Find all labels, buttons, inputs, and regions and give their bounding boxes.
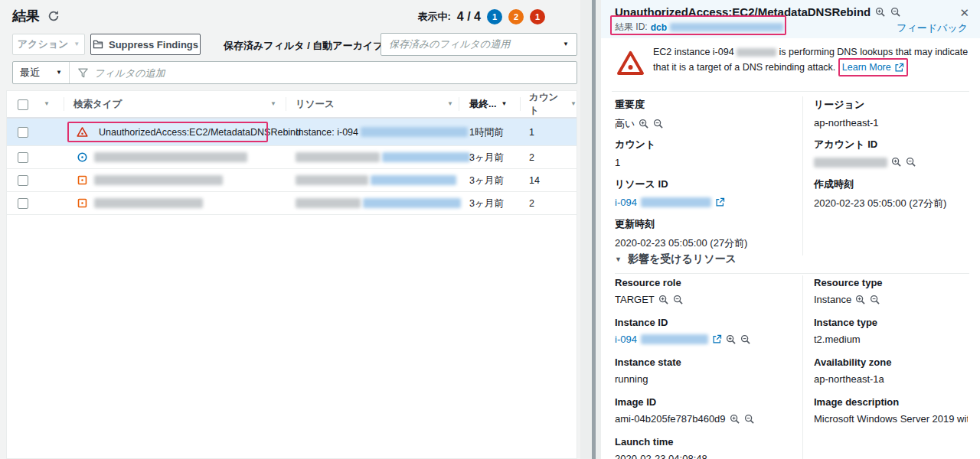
finding-type-text: UnauthorizedAccess:EC2/MetadataDNSRebind	[99, 127, 301, 138]
learn-more-annotated: Learn More	[838, 58, 908, 76]
filter-include-icon[interactable]	[658, 295, 669, 305]
resource-redacted	[296, 198, 461, 209]
redacted-instance-id	[737, 48, 776, 57]
showing-count: 4 / 4	[457, 10, 481, 24]
filter-exclude-icon[interactable]	[906, 157, 916, 168]
time-range-select[interactable]: 最近 ▼	[13, 62, 70, 83]
finding-row[interactable]: 3ヶ月前 2	[7, 192, 577, 215]
redacted-finding-id	[670, 23, 783, 31]
redacted-resource-id	[361, 127, 468, 137]
severity-count-badge-high[interactable]: 1	[530, 9, 545, 24]
filter-exclude-icon[interactable]	[870, 295, 880, 305]
filter-include-icon[interactable]	[726, 334, 737, 345]
caret-down-icon: ▼	[44, 101, 50, 107]
filter-include-icon[interactable]	[891, 157, 902, 168]
resource-redacted	[296, 152, 470, 163]
caret-down-icon: ▼	[563, 41, 569, 47]
redacted-instance-id	[641, 334, 708, 344]
field-empty	[802, 216, 968, 256]
external-link-icon[interactable]	[894, 63, 904, 73]
saved-filters-label: 保存済みフィルタ / 自動アーカイブ	[224, 39, 384, 53]
affected-resources-section-toggle[interactable]: ▼ 影響を受けるリソース	[615, 252, 969, 274]
external-link-icon[interactable]	[715, 197, 725, 207]
filter-exclude-icon[interactable]	[740, 334, 751, 345]
last-seen-text: 1時間前	[469, 125, 503, 138]
divider-line	[612, 91, 969, 92]
finding-row[interactable]: 3ヶ月前 14	[7, 169, 577, 192]
detail-title-row: UnauthorizedAccess:EC2/MetadataDNSRebind	[615, 5, 901, 18]
showing-summary: 表示中: 4 / 4 1 2 1	[418, 9, 545, 24]
row-checkbox[interactable]	[18, 152, 28, 163]
finding-id-label: 結果 ID:	[615, 21, 648, 34]
count-text: 2	[529, 198, 534, 209]
zoom-out-icon[interactable]	[890, 7, 901, 18]
field-updated-at: 更新時刻 2020-02-23 05:05:00 (27分前)	[615, 216, 802, 256]
finding-row[interactable]: UnauthorizedAccess:EC2/MetadataDNSRebind…	[7, 119, 577, 146]
panel-resize-handle[interactable]	[592, 0, 596, 459]
saved-filters-select[interactable]: 保存済みのフィルタの適用 ▼	[381, 33, 577, 56]
finding-detail-panel: UnauthorizedAccess:EC2/MetadataDNSRebind…	[601, 0, 980, 459]
column-resource-sort[interactable]: ▼	[447, 91, 453, 117]
filter-include-icon[interactable]	[730, 414, 740, 425]
suppress-findings-button[interactable]: Suppress Findings	[90, 34, 201, 55]
column-resource[interactable]: リソース	[296, 91, 335, 117]
description-text-before: EC2 instance i-094	[653, 47, 734, 57]
panel-divider	[580, 0, 601, 459]
severity-low-icon	[77, 151, 88, 163]
column-finding-type[interactable]: 検索タイプ	[74, 91, 122, 117]
row-checkbox[interactable]	[18, 198, 28, 209]
filter-include-icon[interactable]	[639, 119, 649, 129]
filter-funnel-icon	[77, 67, 89, 79]
finding-description: EC2 instance i-094 is performing DNS loo…	[615, 44, 969, 75]
filter-exclude-icon[interactable]	[673, 295, 684, 305]
zoom-in-icon[interactable]	[875, 7, 886, 18]
field-region: リージョン ap-northeast-1	[802, 96, 968, 136]
caret-down-icon: ▼	[74, 41, 80, 47]
field-empty	[802, 435, 968, 459]
row-checkbox[interactable]	[18, 127, 28, 138]
showing-label: 表示中:	[418, 10, 451, 24]
caret-down-icon: ▼	[501, 101, 507, 107]
row-checkbox[interactable]	[18, 175, 28, 186]
finding-row[interactable]: 3ヶ月前 2	[7, 146, 577, 169]
field-availability-zone: Availability zone ap-northeast-1a	[802, 355, 968, 395]
affected-resource-fields: Resource role TARGET Resource type Insta…	[615, 275, 968, 459]
page-title: 結果	[12, 7, 40, 25]
learn-more-link[interactable]: Learn More	[842, 60, 891, 75]
severity-medium-icon	[77, 174, 88, 186]
column-count[interactable]: カウント ▼	[529, 91, 577, 117]
field-resource-type: Resource type Instance	[802, 275, 968, 315]
field-account-id: アカウント ID	[802, 136, 968, 176]
field-launch-time: Launch time 2020-02-23 04:08:48	[615, 435, 802, 459]
filter-exclude-icon[interactable]	[653, 119, 664, 129]
redacted-resource-id	[641, 197, 711, 207]
severity-count-badge-low[interactable]: 1	[487, 9, 502, 24]
external-link-icon[interactable]	[712, 334, 722, 344]
select-all-checkbox[interactable]	[18, 99, 28, 110]
feedback-link[interactable]: フィードバック	[897, 21, 968, 35]
finding-id-value: dcb	[651, 22, 667, 33]
add-filter-input[interactable]	[94, 67, 577, 79]
resource-id-link[interactable]: i-094	[615, 197, 637, 208]
severity-count-badge-medium[interactable]: 2	[508, 9, 524, 24]
close-icon[interactable]: ✕	[959, 6, 969, 20]
archive-folder-icon	[93, 39, 103, 50]
finding-overview-fields: 重要度 高い リージョン ap-northeast-1 カウント 1 アカウント…	[615, 96, 968, 256]
caret-down-icon: ▼	[56, 70, 62, 76]
filter-bar: 最近 ▼	[12, 61, 577, 84]
instance-id-link[interactable]: i-094	[615, 334, 637, 345]
column-severity-sort[interactable]: ▼	[44, 91, 50, 117]
field-count: カウント 1	[615, 136, 802, 176]
finding-id-row: 結果 ID: dcb	[615, 21, 783, 34]
filter-include-icon[interactable]	[855, 295, 866, 305]
filter-exclude-icon[interactable]	[744, 414, 755, 425]
column-last-seen[interactable]: 最終... ▼	[469, 91, 507, 117]
column-finding-type-sort[interactable]: ▼	[270, 91, 276, 117]
field-instance-state: Instance state running	[615, 355, 802, 395]
actions-button[interactable]: アクション ▼	[12, 34, 85, 55]
warning-triangle-icon	[616, 49, 645, 77]
last-seen-text: 3ヶ月前	[469, 151, 504, 164]
field-image-id: Image ID ami-04b205fe787b460d9	[615, 395, 802, 435]
severity-medium-icon	[77, 197, 88, 209]
refresh-icon[interactable]	[47, 10, 60, 22]
